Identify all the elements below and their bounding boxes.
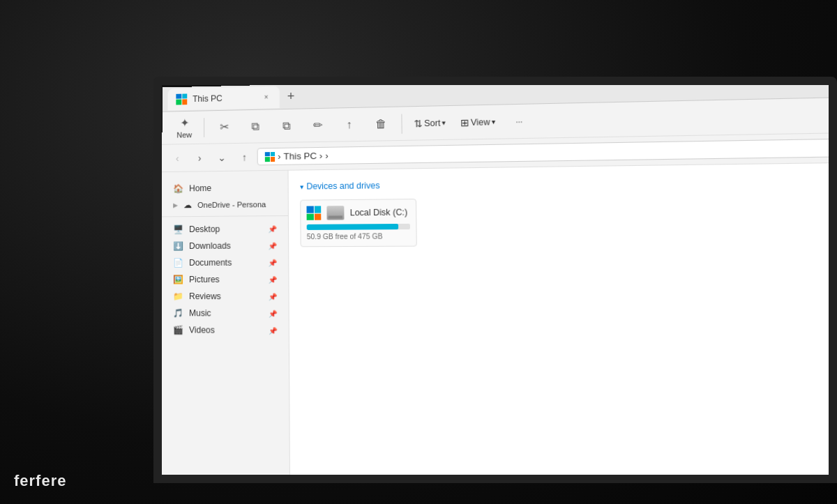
music-icon: 🎵 — [173, 308, 183, 318]
disk-icon — [326, 206, 344, 220]
sidebar-item-videos[interactable]: 🎬 Videos 📌 — [165, 321, 286, 339]
watermark-logo: ferfere — [14, 472, 66, 490]
address-path-bar[interactable]: › This PC › › — [257, 138, 837, 165]
sort-chevron: ▾ — [442, 119, 445, 126]
share-icon: ↑ — [346, 119, 352, 131]
reviews-icon: 📁 — [173, 291, 183, 301]
path-separator: › — [278, 151, 281, 162]
toolbar-separator-1 — [204, 118, 204, 137]
reviews-label: Reviews — [189, 291, 221, 301]
sort-button[interactable]: ⇅ Sort ▾ — [408, 114, 452, 132]
tab-close-button[interactable]: × — [262, 92, 271, 102]
up-button[interactable]: ↑ — [234, 147, 254, 167]
delete-button[interactable]: 🗑 — [366, 114, 395, 133]
sidebar-top-section: 🏠 Home ▶ ☁ OneDrive - Persona — [162, 176, 288, 217]
path-thispc: This PC › — [284, 151, 323, 162]
sidebar: 🏠 Home ▶ ☁ OneDrive - Persona 🖥️ Desktop… — [161, 171, 290, 480]
tab-title: This PC — [193, 93, 223, 104]
pictures-pin-icon: 📌 — [269, 275, 277, 283]
pictures-icon: 🖼️ — [173, 275, 183, 284]
drive-item-c[interactable]: Local Disk (C:) 50.9 GB free of 475 GB — [300, 199, 417, 247]
view-button[interactable]: ⊞ View ▾ — [454, 113, 501, 131]
paste-icon: ⧉ — [282, 119, 290, 132]
section-chevron: ▾ — [300, 183, 303, 190]
sidebar-item-downloads[interactable]: ⬇️ Downloads 📌 — [165, 237, 285, 254]
sort-icon: ⇅ — [414, 118, 423, 129]
onedrive-icon: ☁ — [183, 200, 192, 210]
delete-icon: 🗑 — [375, 118, 387, 130]
toolbar-separator-2 — [401, 114, 402, 133]
new-icon: ✦ — [180, 116, 189, 130]
sidebar-pinned-items: 🖥️ Desktop 📌 ⬇️ Downloads 📌 📄 Documents … — [162, 220, 289, 339]
view-chevron: ▾ — [492, 118, 496, 125]
onedrive-expand-icon: ▶ — [173, 201, 178, 208]
expand-button[interactable]: ⌄ — [212, 148, 232, 167]
videos-pin-icon: 📌 — [269, 327, 277, 335]
downloads-pin-icon: 📌 — [268, 242, 276, 250]
new-tab-button[interactable]: + — [281, 86, 301, 106]
drive-name: Local Disk (C:) — [350, 207, 408, 217]
home-label: Home — [189, 183, 211, 193]
path-end-separator: › — [325, 151, 329, 161]
documents-icon: 📄 — [173, 258, 183, 268]
home-icon: 🏠 — [173, 184, 183, 194]
copy-button[interactable]: ⧉ — [241, 117, 269, 136]
sidebar-item-documents[interactable]: 📄 Documents 📌 — [165, 254, 285, 271]
windows-icon — [176, 93, 187, 105]
desktop-pin-icon: 📌 — [268, 225, 276, 233]
sidebar-item-home[interactable]: 🏠 Home — [165, 179, 285, 197]
sort-label: Sort — [424, 118, 440, 128]
tab-this-pc[interactable]: This PC × — [167, 86, 279, 110]
screen-bezel: This PC × + ✦ New ✂ ⧉ ⧉ — [153, 77, 837, 483]
pictures-label: Pictures — [189, 275, 220, 284]
downloads-label: Downloads — [189, 241, 231, 251]
videos-icon: 🎬 — [173, 325, 183, 335]
drive-icon-row: Local Disk (C:) — [307, 205, 410, 220]
view-label: View — [471, 117, 490, 128]
main-content: 🏠 Home ▶ ☁ OneDrive - Persona 🖥️ Desktop… — [161, 162, 837, 483]
section-title: Devices and drives — [306, 181, 379, 191]
desktop-icon: 🖥️ — [173, 224, 183, 234]
documents-pin-icon: 📌 — [269, 259, 277, 266]
sidebar-item-desktop[interactable]: 🖥️ Desktop 📌 — [165, 220, 285, 238]
paste-button[interactable]: ⧉ — [272, 116, 301, 135]
drive-windows-icon — [307, 206, 322, 220]
music-label: Music — [189, 308, 211, 318]
more-button[interactable]: ··· — [504, 114, 535, 128]
drive-space-text: 50.9 GB free of 475 GB — [307, 232, 410, 240]
reviews-pin-icon: 📌 — [269, 293, 277, 300]
sidebar-item-onedrive[interactable]: ▶ ☁ OneDrive - Persona — [165, 196, 285, 214]
new-button[interactable]: ✦ New — [170, 114, 198, 142]
documents-label: Documents — [189, 258, 232, 268]
drive-progress-fill — [307, 224, 399, 230]
sidebar-item-reviews[interactable]: 📁 Reviews 📌 — [165, 288, 286, 305]
drive-progress-bar — [307, 224, 410, 230]
forward-button[interactable]: › — [190, 148, 209, 167]
path-pc-icon — [265, 151, 275, 161]
view-icon: ⊞ — [460, 116, 469, 128]
rename-icon: ✏ — [312, 119, 322, 132]
laptop-frame: This PC × + ✦ New ✂ ⧉ ⧉ — [140, 35, 837, 504]
section-header-devices: ▾ Devices and drives — [300, 175, 837, 192]
back-button[interactable]: ‹ — [167, 148, 187, 168]
rename-button[interactable]: ✏ — [303, 116, 332, 135]
videos-label: Videos — [189, 325, 215, 335]
sidebar-item-pictures[interactable]: 🖼️ Pictures 📌 — [165, 271, 285, 288]
content-area: ▾ Devices and drives Local — [289, 162, 837, 483]
desktop-label: Desktop — [189, 224, 220, 234]
downloads-icon: ⬇️ — [173, 241, 183, 251]
explorer-window: This PC × + ✦ New ✂ ⧉ ⧉ — [161, 77, 837, 483]
music-pin-icon: 📌 — [269, 310, 277, 317]
share-button[interactable]: ↑ — [335, 115, 364, 134]
copy-icon: ⧉ — [251, 120, 259, 132]
more-icon: ··· — [515, 117, 522, 125]
cut-button[interactable]: ✂ — [210, 117, 238, 136]
sidebar-item-music[interactable]: 🎵 Music 📌 — [165, 305, 286, 322]
onedrive-label: OneDrive - Persona — [197, 200, 266, 209]
cut-icon: ✂ — [220, 121, 229, 134]
